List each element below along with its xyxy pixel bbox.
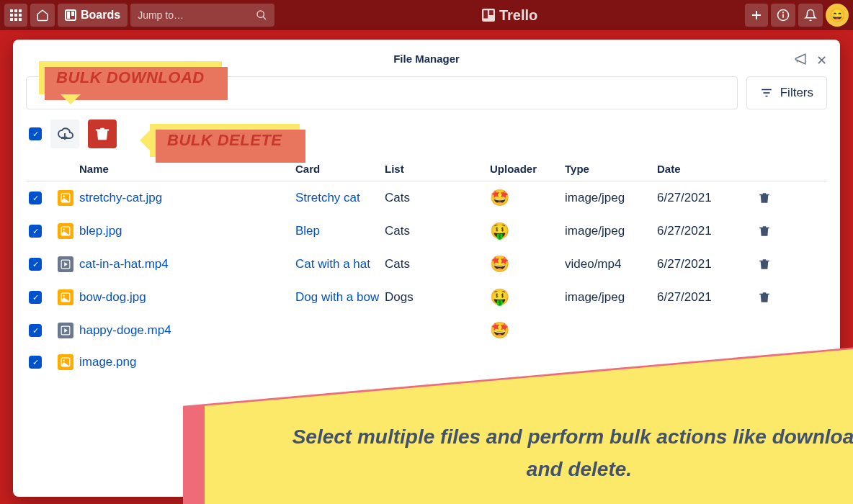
svg-point-12 bbox=[257, 11, 264, 17]
table-row: ✓cat-in-a-hat.mp4Cat with a hatCats🤩vide… bbox=[26, 248, 827, 281]
svg-rect-5 bbox=[19, 14, 22, 17]
select-all-checkbox[interactable]: ✓ bbox=[29, 127, 42, 140]
announce-icon[interactable] bbox=[794, 53, 807, 66]
row-checkbox[interactable]: ✓ bbox=[29, 324, 42, 337]
col-type[interactable]: Type bbox=[565, 163, 657, 175]
create-button[interactable] bbox=[745, 4, 768, 27]
svg-point-21 bbox=[783, 12, 784, 13]
svg-point-37 bbox=[63, 360, 65, 361]
video-file-icon bbox=[58, 256, 73, 272]
table-row: ✓happy-doge.mp4🤩 bbox=[26, 314, 827, 347]
card-link[interactable]: Dog with a bow bbox=[295, 290, 379, 304]
filters-button[interactable]: Filters bbox=[746, 76, 827, 109]
row-checkbox[interactable]: ✓ bbox=[29, 192, 42, 204]
jump-to-input[interactable] bbox=[138, 9, 238, 21]
home-button[interactable] bbox=[30, 4, 55, 27]
table-row: ✓stretchy-cat.jpgStretchy catCats🤩image/… bbox=[26, 181, 827, 215]
col-card[interactable]: Card bbox=[295, 163, 385, 175]
boards-button[interactable]: Boards bbox=[58, 4, 128, 27]
trash-icon bbox=[94, 126, 110, 142]
delete-row-button[interactable] bbox=[758, 192, 787, 204]
trello-logo[interactable]: Trello bbox=[277, 7, 742, 24]
table-row: ✓bow-dog.jpgDog with a bowDogs🤑image/jpe… bbox=[26, 281, 827, 314]
trello-top-bar: Boards Trello 😄 bbox=[0, 0, 853, 30]
list-name: Cats bbox=[385, 257, 490, 271]
uploader-avatar[interactable]: 🤩 bbox=[490, 255, 509, 273]
card-link[interactable]: Stretchy cat bbox=[295, 191, 360, 204]
file-type: video/mp4 bbox=[565, 257, 657, 271]
info-button[interactable] bbox=[771, 4, 795, 27]
svg-rect-10 bbox=[67, 12, 70, 19]
file-name-link[interactable]: bow-dog.jpg bbox=[79, 290, 146, 304]
file-name-link[interactable]: stretchy-cat.jpg bbox=[79, 191, 162, 204]
col-uploader[interactable]: Uploader bbox=[490, 163, 565, 175]
svg-rect-11 bbox=[71, 12, 74, 16]
jump-to-search[interactable] bbox=[130, 4, 274, 27]
svg-rect-15 bbox=[483, 10, 488, 18]
svg-marker-31 bbox=[64, 262, 68, 266]
avatar[interactable]: 😄 bbox=[826, 4, 849, 27]
card-link[interactable]: Blep bbox=[295, 224, 320, 238]
row-checkbox[interactable]: ✓ bbox=[29, 356, 42, 369]
delete-row-button[interactable] bbox=[758, 258, 787, 271]
filter-icon bbox=[760, 86, 773, 99]
file-date: 6/27/2021 bbox=[657, 290, 758, 305]
callout-bulk-download: BULK DOWNLOAD bbox=[39, 61, 222, 94]
callout-bulk-delete: BULK DELETE bbox=[150, 124, 300, 157]
uploader-avatar[interactable]: 🤩 bbox=[490, 189, 509, 207]
svg-rect-16 bbox=[489, 10, 494, 15]
image-file-icon bbox=[58, 354, 73, 370]
file-name-link[interactable]: cat-in-a-hat.mp4 bbox=[79, 257, 169, 271]
table-row: ✓blep.jpgBlepCats🤑image/jpeg6/27/2021 bbox=[26, 215, 827, 248]
file-type: image/jpeg bbox=[565, 191, 657, 205]
file-type: image/jpeg bbox=[565, 224, 657, 238]
col-name[interactable]: Name bbox=[79, 163, 295, 175]
svg-rect-6 bbox=[10, 18, 13, 21]
bulk-download-button[interactable] bbox=[50, 120, 79, 148]
file-date: 6/27/2021 bbox=[657, 224, 758, 238]
table-header: Name Card List Uploader Type Date bbox=[26, 157, 827, 181]
col-date[interactable]: Date bbox=[657, 163, 758, 175]
file-name-link[interactable]: blep.jpg bbox=[79, 224, 122, 238]
promo-banner: Select multiple files and perform bulk a… bbox=[205, 346, 853, 504]
uploader-avatar[interactable]: 🤑 bbox=[490, 288, 509, 306]
delete-row-button[interactable] bbox=[758, 225, 787, 238]
svg-line-13 bbox=[263, 17, 266, 19]
list-name: Dogs bbox=[385, 290, 490, 305]
card-link[interactable]: Cat with a hat bbox=[295, 257, 370, 271]
row-checkbox[interactable]: ✓ bbox=[29, 225, 42, 238]
file-type: image/jpeg bbox=[565, 290, 657, 305]
svg-rect-3 bbox=[10, 14, 13, 17]
svg-rect-4 bbox=[14, 14, 17, 17]
file-name-link[interactable]: image.png bbox=[79, 355, 136, 369]
row-checkbox[interactable]: ✓ bbox=[29, 258, 42, 271]
svg-point-33 bbox=[63, 295, 65, 297]
svg-marker-35 bbox=[64, 328, 68, 333]
modal-title: File Manager bbox=[393, 53, 460, 65]
svg-rect-0 bbox=[10, 9, 13, 12]
filters-label: Filters bbox=[780, 86, 813, 100]
col-list[interactable]: List bbox=[385, 163, 490, 175]
apps-menu-button[interactable] bbox=[4, 4, 27, 27]
brand-label: Trello bbox=[499, 7, 537, 24]
file-date: 6/27/2021 bbox=[657, 257, 758, 271]
uploader-avatar[interactable]: 🤩 bbox=[490, 321, 509, 339]
close-icon[interactable]: ✕ bbox=[816, 53, 827, 68]
banner-text-bold: bulk actions bbox=[609, 426, 727, 448]
cloud-download-icon bbox=[56, 125, 73, 143]
boards-label: Boards bbox=[81, 9, 120, 22]
image-file-icon bbox=[58, 289, 73, 305]
uploader-avatar[interactable]: 🤑 bbox=[490, 222, 509, 240]
video-file-icon bbox=[58, 323, 73, 338]
search-icon bbox=[256, 9, 267, 21]
image-file-icon bbox=[58, 223, 73, 239]
file-date: 6/27/2021 bbox=[657, 191, 758, 205]
delete-row-button[interactable] bbox=[758, 291, 787, 304]
row-checkbox[interactable]: ✓ bbox=[29, 291, 42, 304]
notifications-button[interactable] bbox=[798, 4, 823, 27]
svg-rect-1 bbox=[14, 9, 17, 12]
svg-point-27 bbox=[63, 196, 65, 197]
banner-text-pre: Select multiple files and perform bbox=[292, 426, 609, 448]
file-name-link[interactable]: happy-doge.mp4 bbox=[79, 323, 171, 337]
bulk-delete-button[interactable] bbox=[88, 120, 117, 148]
